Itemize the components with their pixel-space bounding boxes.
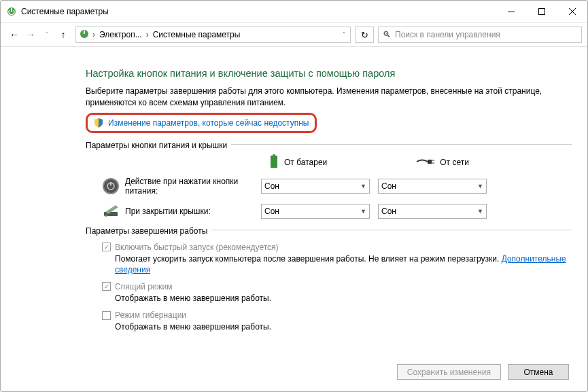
save-button: Сохранить изменения	[397, 364, 501, 380]
lid-mains-combo[interactable]: Сон▼	[378, 204, 487, 219]
change-unavailable-label: Изменение параметров, которые сейчас нед…	[108, 118, 309, 128]
plug-icon	[415, 157, 434, 168]
battery-icon	[269, 154, 279, 171]
sleep-label: Спящий режим	[115, 282, 172, 291]
svg-rect-2	[508, 12, 515, 12]
power-button-row: Действие при нажатии кнопки питания: Сон…	[102, 177, 572, 196]
column-headers: От батареи От сети	[269, 154, 572, 171]
recent-dropdown[interactable]: ˅	[39, 26, 55, 43]
breadcrumb-chevron-icon[interactable]: ›	[145, 30, 150, 39]
system-icon	[6, 6, 17, 17]
refresh-button[interactable]: ↻	[355, 26, 374, 43]
power-button-battery-combo[interactable]: Сон▼	[261, 179, 370, 194]
lid-close-label: При закрытии крышки:	[125, 207, 261, 216]
shield-icon	[93, 118, 104, 128]
search-input[interactable]: 🔍︎ Поиск в панели управления	[378, 26, 582, 43]
up-button[interactable]: ↑	[55, 26, 71, 43]
chevron-down-icon: ▼	[360, 208, 366, 215]
sleep-option: Спящий режим Отображать в меню завершени…	[102, 282, 572, 304]
chevron-down-icon: ▼	[477, 183, 483, 190]
svg-rect-8	[273, 154, 275, 156]
fast-startup-description: Помогает ускорить запуск компьютера посл…	[115, 253, 572, 275]
change-unavailable-link[interactable]: Изменение параметров, которые сейчас нед…	[86, 113, 317, 133]
maximize-button[interactable]	[526, 1, 557, 22]
svg-rect-9	[271, 156, 277, 168]
page-title: Настройка кнопок питания и включение защ…	[86, 68, 572, 79]
svg-rect-1	[11, 8, 12, 12]
sleep-checkbox	[102, 282, 111, 291]
laptop-icon	[102, 202, 120, 220]
power-button-icon	[102, 177, 120, 195]
lid-battery-combo[interactable]: Сон▼	[261, 204, 370, 219]
group-label: Параметры завершения работы	[86, 226, 211, 236]
forward-button: →	[22, 26, 39, 43]
lid-close-row: При закрытии крышки: Сон▼ Сон▼	[102, 202, 572, 220]
svg-rect-7	[84, 31, 85, 34]
svg-point-14	[104, 179, 118, 193]
fast-startup-label: Включить быстрый запуск (рекомендуется)	[115, 243, 279, 252]
back-button[interactable]: ←	[6, 26, 22, 43]
address-dropdown-icon[interactable]: ˅	[341, 31, 347, 38]
power-icon	[79, 29, 90, 41]
breadcrumb-seg-1[interactable]: Электроп...	[97, 30, 145, 39]
power-button-label: Действие при нажатии кнопки питания:	[125, 177, 261, 196]
hibernate-option: Режим гибернации Отображать в меню завер…	[102, 310, 572, 332]
search-icon: 🔍︎	[383, 30, 391, 39]
power-button-group: Параметры кнопки питания и крышки От бат…	[86, 144, 572, 220]
content-area: Настройка кнопок питания и включение защ…	[86, 68, 572, 339]
hibernate-checkbox	[102, 311, 111, 320]
breadcrumb-chevron-icon[interactable]: ›	[91, 30, 97, 39]
minimize-button[interactable]	[496, 1, 526, 22]
hibernate-label: Режим гибернации	[115, 310, 186, 320]
group-label: Параметры кнопки питания и крышки	[86, 141, 231, 150]
power-button-mains-combo[interactable]: Сон▼	[378, 179, 487, 194]
plugged-header: От сети	[415, 154, 469, 171]
close-button[interactable]	[557, 1, 587, 22]
page-description: Выберите параметры завершения работы для…	[86, 86, 572, 109]
svg-rect-3	[538, 9, 544, 15]
search-placeholder: Поиск в панели управления	[395, 30, 500, 39]
battery-header: От батареи	[269, 154, 327, 171]
window-title: Системные параметры	[21, 7, 496, 16]
chevron-down-icon: ▼	[360, 183, 366, 190]
address-bar[interactable]: › Электроп... › Системные параметры ˅	[75, 26, 351, 43]
hibernate-description: Отображать в меню завершения работы.	[115, 321, 572, 332]
cancel-button[interactable]: Отмена	[508, 364, 569, 380]
navbar: ← → ˅ ↑ › Электроп... › Системные параме…	[1, 22, 587, 47]
svg-rect-16	[110, 182, 111, 185]
footer: Сохранить изменения Отмена	[397, 364, 569, 380]
svg-rect-10	[428, 160, 432, 164]
chevron-down-icon: ▼	[477, 208, 483, 215]
fast-startup-checkbox	[102, 243, 111, 251]
fast-startup-option: Включить быстрый запуск (рекомендуется) …	[102, 243, 572, 275]
breadcrumb-seg-2[interactable]: Системные параметры	[150, 30, 243, 39]
titlebar: Системные параметры	[1, 1, 587, 22]
sleep-description: Отображать в меню завершения работы.	[115, 293, 572, 304]
shutdown-settings-group: Параметры завершения работы Включить быс…	[86, 230, 572, 333]
